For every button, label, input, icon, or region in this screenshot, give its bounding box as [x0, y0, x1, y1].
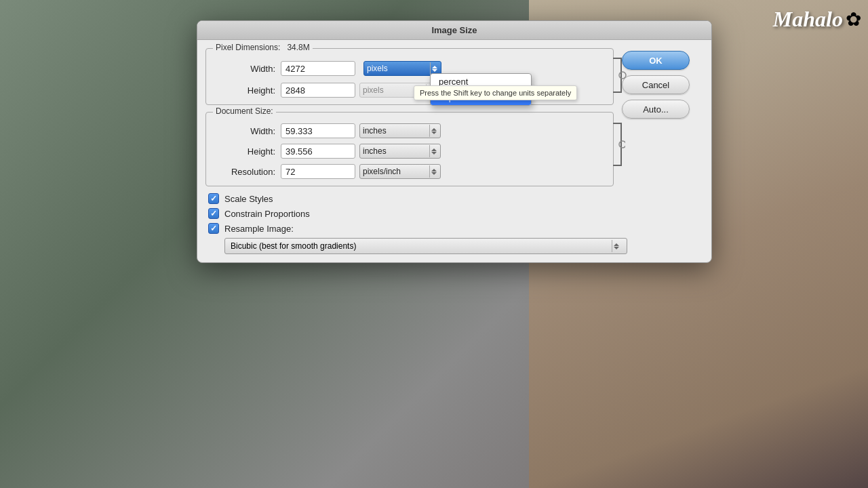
pixel-width-row: Width: pixels percent: [214, 61, 605, 76]
checkboxes-area: Scale Styles Constrain Proportions Resam…: [205, 193, 614, 254]
pixel-unit-selected: pixels: [367, 64, 388, 73]
resample-image-label: Resample Image:: [224, 224, 294, 234]
constrain-proportions-checkbox[interactable]: [208, 208, 219, 219]
resample-method-select[interactable]: Bicubic (best for smooth gradients): [224, 238, 627, 254]
resolution-row: Resolution: pixels/inch: [214, 164, 605, 179]
pixel-height-input[interactable]: [281, 83, 355, 98]
mahalo-flower-icon: ✿: [846, 8, 861, 30]
pixel-height-unit-text: pixels: [363, 85, 384, 95]
resample-image-checkbox[interactable]: [208, 223, 219, 234]
doc-width-row: Width: inches: [214, 123, 605, 138]
pixel-link-bracket: [610, 56, 627, 95]
pixel-height-label: Height:: [214, 85, 275, 96]
mahalo-watermark: Mahalo ✿: [773, 7, 861, 32]
pixel-unit-container: pixels percent pixels Press t: [359, 61, 441, 76]
pixel-unit-tooltip: Press the Shift key to change units sepa…: [414, 85, 577, 100]
doc-width-unit-text: inches: [363, 126, 387, 136]
resolution-unit-text: pixels/inch: [363, 167, 401, 176]
constrain-proportions-row: Constrain Proportions: [208, 208, 611, 219]
dialog-left-panel: Pixel Dimensions: 34.8M Width: pixels: [205, 48, 614, 254]
doc-height-label: Height:: [214, 146, 275, 157]
cancel-button[interactable]: Cancel: [622, 75, 690, 94]
doc-height-input[interactable]: [281, 144, 355, 159]
resolution-unit-arrows: [429, 165, 437, 178]
doc-height-unit-select[interactable]: inches: [359, 144, 441, 159]
pixel-width-label: Width:: [214, 64, 275, 74]
resolution-unit-select[interactable]: pixels/inch: [359, 164, 441, 179]
resample-method-arrows: [612, 240, 621, 252]
document-size-section: Document Size: Width: inches: [205, 112, 614, 186]
svg-point-1: [619, 141, 625, 148]
doc-width-label: Width:: [214, 126, 275, 136]
pixel-dimensions-legend: Pixel Dimensions: 34.8M: [213, 43, 313, 52]
doc-width-unit-arrows: [429, 125, 437, 137]
doc-width-input[interactable]: [281, 123, 355, 138]
doc-height-row: Height: inches: [214, 144, 605, 159]
resolution-input[interactable]: [281, 164, 355, 179]
ok-button[interactable]: OK: [622, 51, 690, 70]
svg-point-0: [619, 72, 626, 79]
dialog-titlebar: Image Size: [197, 21, 711, 40]
scale-styles-label: Scale Styles: [224, 194, 273, 204]
scale-styles-row: Scale Styles: [208, 193, 611, 204]
doc-link-bracket: [610, 121, 625, 168]
doc-height-unit-arrows: [429, 145, 437, 157]
auto-button[interactable]: Auto...: [622, 100, 690, 119]
constrain-proportions-label: Constrain Proportions: [224, 209, 310, 219]
pixel-dimensions-section: Pixel Dimensions: 34.8M Width: pixels: [205, 48, 614, 105]
dialog-right-panel: OK Cancel Auto...: [622, 48, 703, 254]
resample-method-text: Bicubic (best for smooth gradients): [231, 241, 356, 251]
image-size-dialog: Image Size Pixel Dimensions: 34.8M Width…: [197, 20, 712, 263]
pixel-width-input[interactable]: [281, 61, 355, 76]
doc-width-unit-select[interactable]: inches: [359, 123, 441, 138]
doc-height-unit-text: inches: [363, 146, 387, 156]
document-size-legend: Document Size:: [213, 106, 276, 116]
resolution-label: Resolution:: [214, 167, 275, 177]
scale-styles-checkbox[interactable]: [208, 193, 219, 204]
mahalo-text: Mahalo: [773, 7, 843, 32]
dialog-body: Pixel Dimensions: 34.8M Width: pixels: [197, 40, 711, 262]
dialog-title: Image Size: [431, 25, 477, 35]
resample-image-row: Resample Image:: [208, 223, 611, 234]
